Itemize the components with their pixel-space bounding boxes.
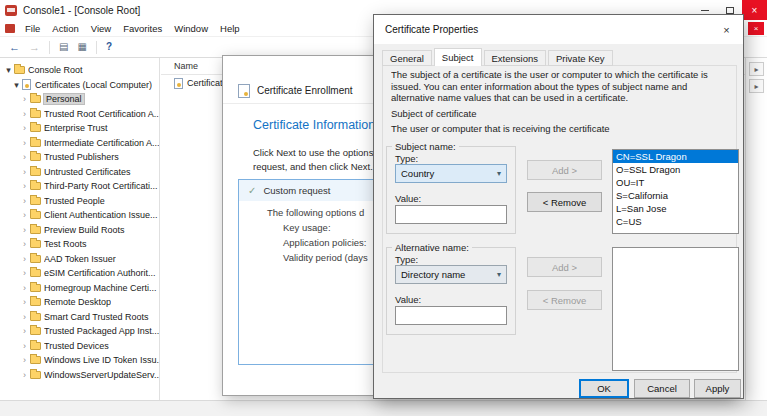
tree-item[interactable]: Windows Live ID Token Issu... [0, 353, 159, 368]
menu-item[interactable]: File [19, 23, 46, 34]
subject-entry[interactable]: L=San Jose [613, 202, 738, 215]
chevron-right-icon[interactable] [20, 283, 29, 293]
tree-item[interactable]: Test Roots [0, 237, 159, 252]
folder-icon [30, 139, 41, 147]
tree-item[interactable]: WindowsServerUpdateServ... [0, 368, 159, 383]
dialog-titlebar[interactable]: Certificate Properties [374, 15, 743, 44]
menu-item[interactable]: Favorites [117, 23, 168, 34]
enrollment-intro-text: Click Next to use the options request, a… [253, 146, 373, 174]
tree-item[interactable]: Third-Party Root Certificati... [0, 179, 159, 194]
tree-item[interactable]: Homegroup Machine Certi... [0, 281, 159, 296]
menu-item[interactable]: Help [214, 23, 246, 34]
tree-item[interactable]: Trusted People [0, 194, 159, 209]
cancel-button[interactable]: Cancel [634, 379, 690, 398]
subject-remove-button[interactable]: < Remove [527, 192, 602, 212]
actions-pane-toggle-button[interactable]: ▸ [749, 62, 764, 76]
folder-icon [30, 240, 41, 248]
alternative-type-dropdown[interactable]: Directory name ▾ [395, 265, 507, 284]
alternative-value-input[interactable] [395, 306, 507, 325]
chevron-right-icon[interactable] [20, 123, 29, 133]
alternative-add-button[interactable]: Add > [527, 257, 602, 277]
chevron-right-icon[interactable] [20, 109, 29, 119]
menu-item[interactable]: View [85, 23, 117, 34]
export-list-button[interactable]: ▦ [77, 42, 86, 52]
tree-item[interactable]: Trusted Root Certification A... [0, 107, 159, 122]
forward-button[interactable]: → [29, 42, 40, 53]
subject-entry[interactable]: C=US [613, 215, 738, 228]
child-close-button[interactable]: × [748, 22, 764, 35]
tab[interactable]: Private Key [548, 50, 613, 66]
show-console-tree-button[interactable]: ▤ [59, 42, 68, 52]
close-button[interactable]: × [742, 0, 767, 20]
chevron-right-icon[interactable] [20, 152, 29, 162]
chevron-right-icon[interactable] [20, 94, 29, 104]
console-menu-icon[interactable] [5, 24, 15, 33]
tree-item[interactable]: Personal [0, 92, 159, 107]
tree-item[interactable]: Trusted Packaged App Inst... [0, 324, 159, 339]
tree-item-certificates-store[interactable]: Certificates (Local Computer) [0, 78, 159, 93]
alternative-remove-button[interactable]: < Remove [527, 290, 602, 310]
alternative-type-value: Directory name [401, 269, 465, 280]
menu-item[interactable]: Action [46, 23, 84, 34]
subject-type-dropdown[interactable]: Country ▾ [395, 164, 507, 183]
tree-item[interactable]: Preview Build Roots [0, 223, 159, 238]
help-icon[interactable]: ? [106, 42, 112, 52]
tree-item[interactable]: Enterprise Trust [0, 121, 159, 136]
menu-item[interactable]: Window [168, 23, 214, 34]
tree-item[interactable]: eSIM Certification Authorit... [0, 266, 159, 281]
subject-entries-listbox[interactable]: CN=SSL DragonO=SSL DragonOU=ITS=Californ… [612, 149, 739, 234]
chevron-right-icon[interactable] [20, 167, 29, 177]
actions-pane-arrow-button[interactable]: ▸ [749, 79, 764, 93]
subject-entry[interactable]: CN=SSL Dragon [613, 150, 738, 163]
chevron-right-icon[interactable] [20, 225, 29, 235]
dialog-close-button[interactable]: × [710, 15, 743, 44]
tab[interactable]: General [382, 50, 432, 66]
chevron-expanded-icon[interactable] [4, 65, 13, 75]
chevron-right-icon[interactable] [20, 239, 29, 249]
chevron-right-icon[interactable] [20, 210, 29, 220]
chevron-right-icon[interactable] [20, 181, 29, 191]
ok-button[interactable]: OK [579, 379, 629, 398]
subject-add-button[interactable]: Add > [527, 160, 602, 180]
tree-item[interactable]: Smart Card Trusted Roots [0, 310, 159, 325]
tree-item-label: Homegroup Machine Certi... [44, 283, 157, 293]
subject-name-group: Subject name: Type: Country ▾ Value: [386, 146, 516, 234]
enrollment-title: Certificate Enrollment [257, 85, 353, 96]
chevron-right-icon[interactable] [20, 370, 29, 380]
chevron-right-icon[interactable] [20, 196, 29, 206]
back-button[interactable]: ← [9, 42, 20, 53]
certificate-information-heading: Certificate Information [253, 118, 375, 132]
tab[interactable]: Extensions [484, 50, 546, 66]
chevron-right-icon[interactable] [20, 138, 29, 148]
chevron-right-icon[interactable] [20, 326, 29, 336]
tree-item-label: Client Authentication Issue... [44, 210, 158, 220]
value-label: Value: [395, 193, 421, 204]
tree-item[interactable]: AAD Token Issuer [0, 252, 159, 267]
subject-entry[interactable]: S=California [613, 189, 738, 202]
subject-value-input[interactable] [395, 205, 507, 224]
tree-item[interactable]: Intermediate Certification A... [0, 136, 159, 151]
alternative-entries-listbox[interactable] [612, 247, 739, 371]
chevron-expanded-icon[interactable] [12, 80, 21, 90]
type-label: Type: [395, 254, 418, 265]
chevron-right-icon[interactable] [20, 341, 29, 351]
chevron-right-icon[interactable] [20, 355, 29, 365]
folder-icon [30, 284, 41, 292]
folder-icon [30, 197, 41, 205]
chevron-right-icon[interactable] [20, 297, 29, 307]
chevron-right-icon[interactable] [20, 312, 29, 322]
chevron-right-icon[interactable] [20, 254, 29, 264]
tree-item[interactable]: Client Authentication Issue... [0, 208, 159, 223]
tree-item[interactable]: Trusted Publishers [0, 150, 159, 165]
tree-item[interactable]: Trusted Devices [0, 339, 159, 354]
subject-entry[interactable]: O=SSL Dragon [613, 163, 738, 176]
subject-entry[interactable]: OU=IT [613, 176, 738, 189]
chevron-right-icon[interactable] [20, 268, 29, 278]
apply-button[interactable]: Apply [694, 379, 741, 398]
tab-strip: GeneralSubjectExtensionsPrivate Key [382, 48, 615, 66]
tree-item[interactable]: Remote Desktop [0, 295, 159, 310]
tree-item[interactable]: Untrusted Certificates [0, 165, 159, 180]
tab[interactable]: Subject [434, 48, 482, 66]
tree-item-console-root[interactable]: Console Root [0, 63, 159, 78]
folder-icon [30, 371, 41, 379]
